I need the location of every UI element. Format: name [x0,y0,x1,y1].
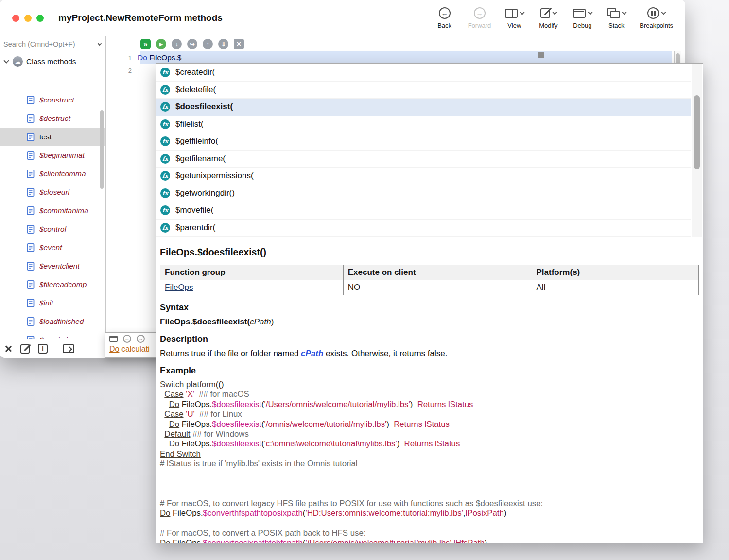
sidebar-item-beginanimat[interactable]: $beginanimat [0,146,105,165]
code-link[interactable]: End Switch [160,449,201,458]
code-token: FileOps. [179,420,212,429]
autocomplete-item-doesfileexist[interactable]: $doesfileexist( [156,99,691,116]
autocomplete-item-filelist[interactable]: $filelist( [156,116,691,134]
chevron-down-icon [520,10,524,15]
autocomplete-item-getfileinfo[interactable]: $getfileinfo( [156,133,691,151]
splitter-handle[interactable] [538,52,544,58]
step-out-button[interactable] [203,39,213,49]
sidebar-item-commitanima[interactable]: $commitanima [0,202,105,220]
method-label: $filereadcomp [39,280,87,289]
code-line-1[interactable]: 1 Do FileOps.$ [106,51,685,64]
code-token [160,420,169,429]
sidebar-scrollbar[interactable] [100,110,104,189]
example-code: Switch platform(() Case 'X' ## for macOS… [160,380,699,543]
back-circle-icon[interactable] [123,335,131,343]
fx-function-icon [160,154,170,164]
tree-root-class-methods[interactable]: Class methods [0,52,105,70]
description-text: Returns true if the file or folder named… [160,349,699,358]
popup-scrollbar[interactable] [692,64,702,237]
autocomplete-item-getunixpermissions[interactable]: $getunixpermissions( [156,168,691,185]
sidebar-item-construct[interactable]: $construct [0,91,105,109]
forward-circle-icon [474,7,486,19]
edit-method-icon[interactable] [20,344,30,354]
toolbar-modify[interactable]: Modify [538,6,559,29]
popup-scrollbar-thumb[interactable] [694,95,700,169]
forward-circle-icon[interactable] [137,335,145,343]
code-link[interactable]: Case [164,409,183,419]
sidebar-item-control[interactable]: $control [0,220,105,238]
sidebar-item-filereadcomp[interactable]: $filereadcomp [0,275,105,294]
code-token [160,409,164,419]
sidebar-item-init[interactable]: $init [0,294,105,312]
sidebar-item-closeurl[interactable]: $closeurl [0,183,105,202]
autocomplete-item-parentdir[interactable]: $parentdir( [156,220,691,237]
step-over-button[interactable] [187,39,197,49]
method-doc-icon [27,96,35,104]
autocomplete-label: $getfilename( [175,154,226,164]
help-table-header: Platform(s) [532,265,698,280]
toolbar-back[interactable]: Back [434,6,455,29]
fx-function-icon [160,171,170,181]
code-token: ) [485,538,487,543]
sidebar-item-test[interactable]: test [0,128,105,146]
sidebar-item-eventclient[interactable]: $eventclient [0,257,105,275]
window-icon[interactable] [109,336,118,342]
sidebar-item-clientcomma[interactable]: $clientcomma [0,165,105,183]
autocomplete-item-createdir[interactable]: $createdir( [156,64,691,82]
code-token: lPosixPath [466,509,504,518]
method-label: $destruct [39,114,70,123]
toolbar-breakpoints[interactable]: Breakpoints [640,6,673,29]
code-token [195,409,199,419]
code-token: $converthfspathtoposixpath [203,509,303,518]
step-in-button[interactable] [172,39,182,49]
toolbar-debug[interactable]: Debug [572,6,593,29]
code-link[interactable]: Case [164,390,183,399]
minimize-traffic-light[interactable] [24,15,32,22]
toolbar-label: Modify [539,22,557,29]
run-to-cursor-button[interactable] [218,39,228,49]
code-link[interactable]: Do [169,400,179,409]
toolbar-view[interactable]: View [503,6,525,29]
search-input[interactable]: Search (Cmnd+Opt+F) [3,40,93,48]
go-button[interactable] [140,39,151,49]
toolbar-stack[interactable]: Stack [606,6,627,29]
code-link[interactable]: Switch [160,380,184,389]
code-token: lHfsPath [453,538,484,543]
fx-function-icon [160,188,170,198]
do-link[interactable]: Do [109,345,119,353]
close-icon[interactable] [4,345,12,353]
code-token: Returns lStatus [417,400,473,409]
close-traffic-light[interactable] [12,15,19,22]
sidebar-item-loadfinished[interactable]: $loadfinished [0,312,105,331]
sidebar-item-destruct[interactable]: $destruct [0,109,105,128]
code-link[interactable]: Default [164,429,190,439]
search-dropdown[interactable] [93,39,105,50]
autocomplete-item-movefile[interactable]: $movefile( [156,202,691,220]
class-methods-icon [13,56,23,67]
sidebar-item-event[interactable]: $event [0,238,105,257]
autocomplete-item-deletefile[interactable]: $deletefile( [156,82,691,99]
search-bar[interactable]: Search (Cmnd+Opt+F) [0,36,105,52]
autocomplete-item-getworkingdir[interactable]: $getworkingdir() [156,185,691,203]
code-link[interactable]: Do [160,509,170,518]
clear-button[interactable] [234,39,244,49]
method-info-icon[interactable] [38,344,48,354]
code-link[interactable]: Do [169,439,179,448]
palette-command-text: calculati [119,345,149,353]
code-token: ## for Linux [199,409,242,419]
run-button[interactable] [156,39,166,49]
code-link[interactable]: Do [169,420,179,429]
code-link[interactable]: platform [186,380,216,389]
method-doc-icon [27,317,35,326]
autocomplete-item-getfilename[interactable]: $getfilename( [156,151,691,168]
toolbar-forward[interactable]: Forward [468,6,491,29]
zoom-traffic-light[interactable] [36,15,44,22]
method-label: $control [39,225,66,234]
code-link[interactable]: Do [160,538,170,543]
open-window-icon[interactable] [63,344,74,353]
code-token: Returns lStatus [394,420,450,429]
disclosure-triangle-icon[interactable] [3,58,9,63]
fx-function-icon [160,85,170,95]
fileops-link[interactable]: FileOps [165,283,193,292]
toolbar-label: Back [437,22,451,29]
